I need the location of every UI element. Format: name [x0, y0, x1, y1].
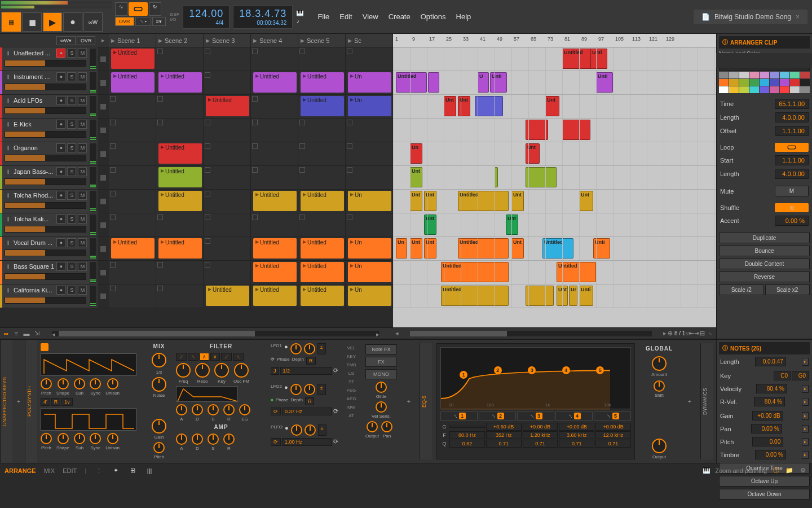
osc2-sub-knob[interactable]: [74, 433, 85, 444]
track-stop-button[interactable]: [100, 128, 106, 133]
track-stop-button[interactable]: [100, 104, 106, 110]
track-stop-button[interactable]: [100, 80, 106, 86]
arranger-clip[interactable]: [562, 120, 590, 140]
add-device-right[interactable]: +: [683, 343, 696, 459]
note-vel-value[interactable]: 80.4 %: [756, 384, 787, 393]
clip-slot[interactable]: ▶Un: [346, 261, 393, 284]
arranger-clip[interactable]: Untitled: [441, 286, 509, 306]
arranger-row[interactable]: Unt: [393, 166, 716, 190]
reso-knob[interactable]: [195, 363, 210, 378]
track-name[interactable]: Bass Square 1: [14, 263, 55, 270]
clip[interactable]: ▶Un: [348, 96, 391, 116]
eq-graph[interactable]: 1 2 3 4 5 20 100 1k 10k: [440, 347, 631, 409]
arranger-row[interactable]: [393, 119, 716, 142]
arranger-hscroll[interactable]: [410, 331, 652, 336]
lfo2-depth-knob[interactable]: [304, 384, 315, 395]
note-length-spin[interactable]: ▸: [802, 358, 809, 366]
eq-shift-knob[interactable]: [654, 380, 665, 392]
color-swatch[interactable]: [780, 72, 789, 78]
osc2-wave-display[interactable]: [41, 408, 136, 431]
track-solo-button[interactable]: S: [67, 167, 76, 176]
clip[interactable]: ▶Untitled: [111, 238, 155, 259]
arranger-clip[interactable]: Unt: [579, 191, 593, 211]
automation-toggle-icon[interactable]: ⟍: [706, 330, 714, 338]
arranger-clip[interactable]: Untitled: [542, 238, 573, 259]
track-volume-fader[interactable]: [5, 155, 86, 161]
eq-amount-knob[interactable]: [652, 356, 667, 371]
amp-r-knob[interactable]: [223, 433, 235, 445]
track-name[interactable]: Organon: [14, 144, 55, 151]
clip[interactable]: ▶Untitled: [206, 96, 249, 116]
footer-icon-4[interactable]: |||: [145, 466, 154, 475]
color-swatch[interactable]: [790, 72, 800, 78]
track-mute-button[interactable]: M: [78, 262, 87, 271]
track-header[interactable]: ⦀Tolcha Rhod...●SM: [0, 190, 98, 213]
clip-slot[interactable]: [251, 166, 298, 189]
arranger-row[interactable]: UnUntUntUntitledUntUntitledUnti: [393, 237, 716, 261]
menu-create[interactable]: Create: [389, 12, 411, 21]
view-expand-icon[interactable]: ⇲: [33, 330, 41, 338]
track-mute-button[interactable]: M: [78, 96, 87, 105]
clip-slot[interactable]: ▶Un: [346, 95, 393, 118]
eq-band-3-point[interactable]: 3: [528, 366, 536, 374]
eq-output-knob[interactable]: [652, 439, 667, 453]
track-header[interactable]: ⦀E-Kick●SM: [0, 119, 98, 142]
lfo2-phase-knob[interactable]: [290, 384, 302, 395]
track-solo-button[interactable]: S: [67, 120, 76, 129]
osc2-sync-knob[interactable]: [90, 433, 101, 444]
mono-button[interactable]: MONO: [365, 369, 397, 379]
arranger-clip[interactable]: [428, 72, 439, 93]
clip-slot[interactable]: [156, 119, 204, 142]
track-solo-button[interactable]: S: [67, 96, 76, 105]
browser-icon[interactable]: 📁: [785, 466, 794, 475]
clip-slot[interactable]: [298, 119, 346, 142]
arranger-clip[interactable]: Unti: [593, 238, 610, 259]
noise-knob[interactable]: [152, 377, 166, 392]
track-name[interactable]: Tolcha Rhod...: [14, 192, 55, 199]
filter-type-4[interactable]: ∨: [210, 353, 220, 361]
lfo1-depth-knob[interactable]: [304, 343, 315, 354]
notefx-button[interactable]: Note FX: [365, 344, 397, 354]
feg-r-knob[interactable]: [223, 404, 235, 415]
clip-slot[interactable]: ▶Untitled: [298, 261, 346, 284]
arranger-clip[interactable]: Unt: [526, 143, 540, 164]
track-stop-button[interactable]: [100, 56, 106, 62]
play-button[interactable]: ▶: [43, 12, 62, 32]
color-swatch[interactable]: [729, 86, 739, 93]
stop-button[interactable]: ◼: [23, 12, 42, 32]
info-icon[interactable]: ⓘ: [771, 466, 780, 475]
color-swatch[interactable]: [800, 79, 810, 86]
osc1-sub-knob[interactable]: [74, 378, 85, 389]
clip-slot[interactable]: ▶Untitled: [298, 95, 346, 118]
clip-slot[interactable]: ▶Untitled: [156, 237, 204, 260]
track-record-button[interactable]: ●: [56, 191, 65, 200]
feg-a-knob[interactable]: [176, 404, 187, 415]
eq5-label[interactable]: EQ-5: [420, 343, 432, 459]
note-rvel-value[interactable]: 80.4 %: [754, 397, 785, 406]
track-volume-fader[interactable]: [5, 202, 86, 209]
note-timbre-value[interactable]: 0.00 %: [755, 450, 786, 459]
track-stop-button[interactable]: [100, 175, 106, 181]
clip-slot[interactable]: [251, 95, 298, 118]
view-list-icon[interactable]: ≡: [12, 330, 20, 338]
arranger-clip[interactable]: Unt: [511, 238, 524, 259]
clip[interactable]: ▶Untitled: [111, 72, 155, 93]
accent-value[interactable]: 0.00 %: [775, 216, 809, 226]
clip[interactable]: ▶Untitled: [301, 96, 344, 116]
mix-tab[interactable]: MIX: [44, 467, 55, 474]
arranger-clip[interactable]: Unt: [424, 191, 436, 211]
clip[interactable]: ▶Un: [348, 191, 391, 211]
clip-slot[interactable]: [109, 190, 156, 213]
track-stop-button[interactable]: [100, 294, 106, 299]
scale-half-button[interactable]: Scale /2: [719, 284, 764, 295]
arranger-clip[interactable]: Unt: [458, 96, 470, 116]
clip-slot[interactable]: [298, 213, 346, 237]
loop-button[interactable]: [129, 2, 148, 16]
clip-slot[interactable]: [156, 261, 204, 284]
osc1-octave[interactable]: 4': [41, 398, 50, 406]
device-chain-label[interactable]: UNAFFECTED KEYS: [0, 340, 12, 463]
arrange-tab[interactable]: ARRANGE: [5, 467, 36, 474]
track-header[interactable]: ⦀Tolcha Kali...●SM: [0, 213, 98, 237]
clip-slot[interactable]: ▶Untitled: [251, 261, 298, 284]
track-volume-fader[interactable]: [5, 84, 86, 90]
